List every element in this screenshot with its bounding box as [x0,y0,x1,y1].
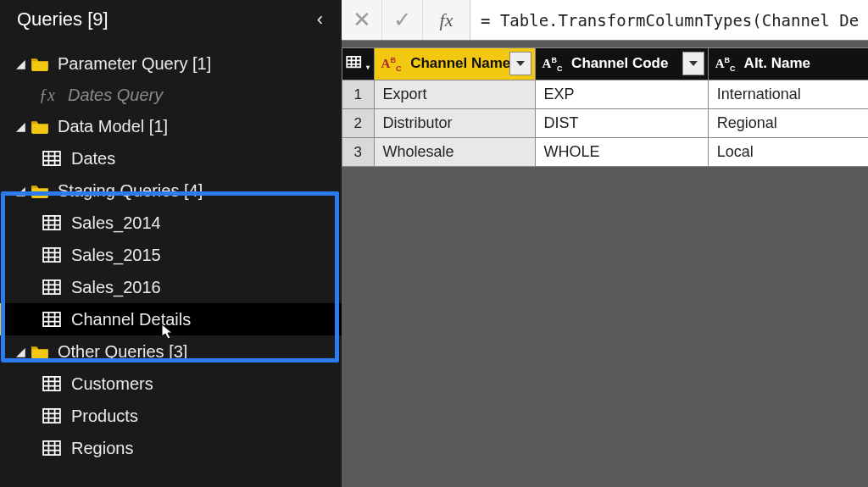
svg-rect-10 [43,248,60,262]
folder-icon [31,344,49,359]
sidebar-header: Queries [9] ‹ [0,0,342,42]
query-item-label: Regions [71,439,133,458]
svg-rect-5 [43,216,60,230]
svg-rect-15 [43,280,60,294]
queries-sidebar: Queries [9] ‹ ◢ Parameter Query [1] ƒx D… [0,0,342,487]
svg-rect-20 [43,313,60,326]
group-other-queries: ◢ Other Queries [3] Customers [0,335,342,464]
formula-input[interactable] [470,0,868,40]
cell[interactable]: DIST [535,109,708,138]
select-all-corner[interactable]: ▾ [342,48,375,80]
collapse-sidebar-icon[interactable]: ‹ [312,8,328,30]
table-icon [42,151,61,166]
chevron-down-icon: ▾ [366,64,370,71]
svg-rect-30 [43,409,60,423]
query-item-regions[interactable]: Regions [0,432,342,464]
cell[interactable]: Export [374,80,535,109]
cell[interactable]: Distributor [374,109,535,138]
caret-down-icon: ◢ [14,345,27,358]
group-label: Parameter Query [1] [58,54,211,74]
group-row-other-queries[interactable]: ◢ Other Queries [3] [0,335,342,368]
group-label: Staging Queries [4] [58,181,203,201]
formula-bar: ✕ ✓ fx [342,0,868,41]
query-item-sales-2014[interactable]: Sales_2014 [0,207,342,239]
folder-icon [31,119,49,134]
query-item-dates[interactable]: Dates [0,142,342,174]
table-icon [42,440,61,456]
table-icon [42,247,61,263]
formula-cancel-button[interactable]: ✕ [342,0,382,40]
group-label: Other Queries [3] [58,342,187,362]
group-parameter-query: ◢ Parameter Query [1] ƒx Dates Query [0,47,342,110]
table-icon [42,376,61,391]
svg-rect-25 [43,377,60,390]
table-row[interactable]: 1 Export EXP International [342,80,869,109]
query-item-label: Dates [71,149,115,169]
cell[interactable]: WHOLE [535,138,708,167]
group-staging-queries: ◢ Staging Queries [4] Sales_2014 [0,174,342,335]
column-name: Channel Code [571,55,668,71]
caret-down-icon: ◢ [14,119,27,133]
query-item-products[interactable]: Products [0,400,342,432]
group-data-model: ◢ Data Model [1] Dates [0,110,342,174]
header-row: ▾ ABC Channel Name ABC Channel Code [342,48,869,80]
column-header-channel-code[interactable]: ABC Channel Code [535,48,708,80]
query-item-sales-2015[interactable]: Sales_2015 [0,239,342,271]
query-item-sales-2016[interactable]: Sales_2016 [0,271,342,303]
table-row[interactable]: 3 Wholesale WHOLE Local [342,138,869,167]
main-panel: ✕ ✓ fx ▾ ABC Channel Name [342,0,868,487]
table-row[interactable]: 2 Distributor DIST Regional [342,109,869,138]
type-text-icon: ABC [715,56,736,73]
query-item-label: Sales_2015 [71,246,161,265]
caret-down-icon: ◢ [14,57,27,70]
query-item-label: Sales_2014 [71,213,161,233]
query-item-label: Customers [71,374,153,394]
formula-commit-button[interactable]: ✓ [382,0,423,40]
column-filter-dropdown[interactable] [509,52,531,75]
cell[interactable]: International [708,80,868,109]
queries-tree: ◢ Parameter Query [1] ƒx Dates Query ◢ [0,42,342,464]
cell[interactable]: EXP [535,80,708,109]
app-root: Queries [9] ‹ ◢ Parameter Query [1] ƒx D… [0,0,868,487]
query-item-label: Sales_2016 [71,278,161,297]
fx-query-dates[interactable]: ƒx Dates Query [0,80,342,110]
column-header-channel-name[interactable]: ABC Channel Name [374,48,535,80]
group-row-parameter-query[interactable]: ◢ Parameter Query [1] [0,47,342,80]
svg-rect-35 [43,441,60,455]
svg-rect-0 [43,152,60,165]
table-icon [42,408,61,423]
table-icon [42,312,61,327]
svg-rect-40 [347,56,360,66]
group-row-staging-queries[interactable]: ◢ Staging Queries [4] [0,174,342,207]
type-text-icon: ABC [542,56,563,73]
query-item-customers[interactable]: Customers [0,368,342,400]
data-grid: ▾ ABC Channel Name ABC Channel Code [342,47,868,167]
folder-icon [31,183,49,198]
row-number[interactable]: 1 [342,80,375,109]
group-row-data-model[interactable]: ◢ Data Model [1] [0,110,342,142]
cell[interactable]: Wholesale [374,138,535,167]
cell[interactable]: Local [708,138,868,167]
fx-icon: fx [423,0,470,40]
query-item-label: Products [71,407,138,426]
data-grid-wrap: ▾ ABC Channel Name ABC Channel Code [342,41,868,167]
row-number[interactable]: 3 [342,138,375,167]
type-text-icon: ABC [381,56,402,73]
fx-icon: ƒx [39,86,63,105]
column-name: Channel Name [410,55,510,71]
caret-down-icon: ◢ [14,184,27,197]
column-header-alt-name[interactable]: ABC Alt. Name [708,48,868,80]
sidebar-title: Queries [9] [17,8,108,30]
folder-icon [31,56,49,71]
row-number[interactable]: 2 [342,109,375,138]
column-name: Alt. Name [744,55,810,71]
table-icon [42,215,61,230]
query-item-channel-details[interactable]: Channel Details [0,303,342,335]
group-label: Data Model [1] [58,117,168,136]
cell[interactable]: Regional [708,109,868,138]
table-icon [42,279,61,295]
column-filter-dropdown[interactable] [682,52,704,75]
fx-query-label: Dates Query [68,86,163,105]
query-item-label: Channel Details [71,310,191,329]
